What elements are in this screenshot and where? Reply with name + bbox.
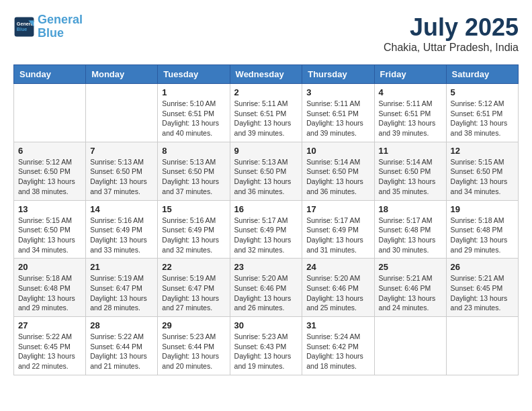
calendar-cell: 18Sunrise: 5:17 AM Sunset: 6:48 PM Dayli… — [374, 200, 446, 259]
day-number: 28 — [90, 320, 153, 330]
calendar-cell: 4Sunrise: 5:11 AM Sunset: 6:51 PM Daylig… — [374, 84, 446, 142]
day-info: Sunrise: 5:22 AM Sunset: 6:45 PM Dayligh… — [18, 332, 81, 371]
calendar-cell: 23Sunrise: 5:20 AM Sunset: 6:46 PM Dayli… — [230, 259, 302, 317]
weekday-header-row: SundayMondayTuesdayWednesdayThursdayFrid… — [14, 65, 519, 84]
day-number: 16 — [234, 204, 298, 214]
calendar-cell: 21Sunrise: 5:19 AM Sunset: 6:47 PM Dayli… — [86, 259, 158, 317]
day-info: Sunrise: 5:14 AM Sunset: 6:50 PM Dayligh… — [379, 157, 442, 197]
day-info: Sunrise: 5:14 AM Sunset: 6:50 PM Dayligh… — [306, 157, 369, 197]
day-info: Sunrise: 5:15 AM Sunset: 6:50 PM Dayligh… — [451, 157, 514, 197]
day-number: 8 — [162, 146, 225, 156]
day-number: 2 — [234, 87, 298, 97]
day-info: Sunrise: 5:20 AM Sunset: 6:46 PM Dayligh… — [306, 273, 369, 313]
day-number: 13 — [18, 204, 81, 214]
day-info: Sunrise: 5:15 AM Sunset: 6:50 PM Dayligh… — [18, 216, 81, 255]
calendar-body: 1Sunrise: 5:10 AM Sunset: 6:51 PM Daylig… — [14, 84, 519, 375]
calendar-table: SundayMondayTuesdayWednesdayThursdayFrid… — [13, 64, 519, 375]
svg-text:Blue: Blue — [17, 26, 28, 32]
day-number: 27 — [18, 320, 81, 330]
location-title: Chakia, Uttar Pradesh, India — [384, 42, 519, 54]
calendar-cell: 22Sunrise: 5:19 AM Sunset: 6:47 PM Dayli… — [158, 259, 230, 317]
day-number: 12 — [451, 146, 514, 156]
day-info: Sunrise: 5:12 AM Sunset: 6:51 PM Dayligh… — [451, 99, 514, 138]
day-number: 3 — [306, 87, 369, 97]
calendar-cell: 14Sunrise: 5:16 AM Sunset: 6:49 PM Dayli… — [86, 200, 158, 259]
day-number: 21 — [90, 262, 153, 272]
day-number: 25 — [379, 262, 442, 272]
day-number: 22 — [162, 262, 225, 272]
day-number: 11 — [379, 146, 442, 156]
logo-icon: General Blue — [13, 16, 35, 38]
month-title: July 2025 — [384, 13, 519, 42]
day-info: Sunrise: 5:23 AM Sunset: 6:43 PM Dayligh… — [234, 332, 298, 371]
calendar-cell: 5Sunrise: 5:12 AM Sunset: 6:51 PM Daylig… — [446, 84, 518, 142]
day-info: Sunrise: 5:13 AM Sunset: 6:50 PM Dayligh… — [90, 157, 153, 197]
day-info: Sunrise: 5:19 AM Sunset: 6:47 PM Dayligh… — [90, 273, 153, 313]
calendar-cell: 15Sunrise: 5:16 AM Sunset: 6:49 PM Dayli… — [158, 200, 230, 259]
calendar-week-5: 27Sunrise: 5:22 AM Sunset: 6:45 PM Dayli… — [14, 317, 519, 375]
day-number: 9 — [234, 146, 298, 156]
day-info: Sunrise: 5:11 AM Sunset: 6:51 PM Dayligh… — [234, 99, 298, 138]
calendar-cell: 26Sunrise: 5:21 AM Sunset: 6:45 PM Dayli… — [446, 259, 518, 317]
calendar-cell: 1Sunrise: 5:10 AM Sunset: 6:51 PM Daylig… — [158, 84, 230, 142]
day-number: 1 — [162, 87, 225, 97]
day-number: 14 — [90, 204, 153, 214]
day-number: 15 — [162, 204, 225, 214]
calendar-cell: 29Sunrise: 5:23 AM Sunset: 6:44 PM Dayli… — [158, 317, 230, 375]
weekday-header-friday: Friday — [374, 65, 446, 84]
day-number: 20 — [18, 262, 81, 272]
logo: General Blue General Blue — [13, 13, 83, 40]
calendar-cell: 20Sunrise: 5:18 AM Sunset: 6:48 PM Dayli… — [14, 259, 86, 317]
day-info: Sunrise: 5:18 AM Sunset: 6:48 PM Dayligh… — [451, 216, 514, 255]
day-info: Sunrise: 5:23 AM Sunset: 6:44 PM Dayligh… — [162, 332, 225, 371]
calendar-cell: 3Sunrise: 5:11 AM Sunset: 6:51 PM Daylig… — [302, 84, 374, 142]
day-info: Sunrise: 5:19 AM Sunset: 6:47 PM Dayligh… — [162, 273, 225, 313]
day-info: Sunrise: 5:17 AM Sunset: 6:48 PM Dayligh… — [379, 216, 442, 255]
day-number: 4 — [379, 87, 442, 97]
day-number: 26 — [451, 262, 514, 272]
calendar-week-2: 6Sunrise: 5:12 AM Sunset: 6:50 PM Daylig… — [14, 142, 519, 200]
weekday-header-thursday: Thursday — [302, 65, 374, 84]
calendar-cell: 16Sunrise: 5:17 AM Sunset: 6:49 PM Dayli… — [230, 200, 302, 259]
title-block: July 2025 Chakia, Uttar Pradesh, India — [384, 13, 519, 54]
calendar-cell: 7Sunrise: 5:13 AM Sunset: 6:50 PM Daylig… — [86, 142, 158, 200]
calendar-week-3: 13Sunrise: 5:15 AM Sunset: 6:50 PM Dayli… — [14, 200, 519, 259]
day-number: 7 — [90, 146, 153, 156]
day-info: Sunrise: 5:16 AM Sunset: 6:49 PM Dayligh… — [162, 216, 225, 255]
calendar-cell: 17Sunrise: 5:17 AM Sunset: 6:49 PM Dayli… — [302, 200, 374, 259]
day-info: Sunrise: 5:21 AM Sunset: 6:45 PM Dayligh… — [451, 273, 514, 313]
calendar-cell: 13Sunrise: 5:15 AM Sunset: 6:50 PM Dayli… — [14, 200, 86, 259]
day-info: Sunrise: 5:13 AM Sunset: 6:50 PM Dayligh… — [234, 157, 298, 197]
day-number: 6 — [18, 146, 81, 156]
calendar-cell — [374, 317, 446, 375]
calendar-cell: 31Sunrise: 5:24 AM Sunset: 6:42 PM Dayli… — [302, 317, 374, 375]
calendar-cell: 19Sunrise: 5:18 AM Sunset: 6:48 PM Dayli… — [446, 200, 518, 259]
calendar-week-1: 1Sunrise: 5:10 AM Sunset: 6:51 PM Daylig… — [14, 84, 519, 142]
calendar-cell: 8Sunrise: 5:13 AM Sunset: 6:50 PM Daylig… — [158, 142, 230, 200]
day-number: 5 — [451, 87, 514, 97]
weekday-header-monday: Monday — [86, 65, 158, 84]
weekday-header-saturday: Saturday — [446, 65, 518, 84]
calendar-cell: 10Sunrise: 5:14 AM Sunset: 6:50 PM Dayli… — [302, 142, 374, 200]
day-info: Sunrise: 5:17 AM Sunset: 6:49 PM Dayligh… — [234, 216, 298, 255]
day-info: Sunrise: 5:11 AM Sunset: 6:51 PM Dayligh… — [306, 99, 369, 138]
day-number: 18 — [379, 204, 442, 214]
calendar-cell: 2Sunrise: 5:11 AM Sunset: 6:51 PM Daylig… — [230, 84, 302, 142]
day-number: 23 — [234, 262, 298, 272]
day-info: Sunrise: 5:11 AM Sunset: 6:51 PM Dayligh… — [379, 99, 442, 138]
weekday-header-sunday: Sunday — [14, 65, 86, 84]
day-number: 17 — [306, 204, 369, 214]
day-info: Sunrise: 5:17 AM Sunset: 6:49 PM Dayligh… — [306, 216, 369, 255]
calendar-cell: 30Sunrise: 5:23 AM Sunset: 6:43 PM Dayli… — [230, 317, 302, 375]
weekday-header-wednesday: Wednesday — [230, 65, 302, 84]
day-number: 30 — [234, 320, 298, 330]
calendar-cell: 24Sunrise: 5:20 AM Sunset: 6:46 PM Dayli… — [302, 259, 374, 317]
day-number: 24 — [306, 262, 369, 272]
day-info: Sunrise: 5:22 AM Sunset: 6:44 PM Dayligh… — [90, 332, 153, 371]
day-info: Sunrise: 5:13 AM Sunset: 6:50 PM Dayligh… — [162, 157, 225, 197]
day-info: Sunrise: 5:20 AM Sunset: 6:46 PM Dayligh… — [234, 273, 298, 313]
day-info: Sunrise: 5:18 AM Sunset: 6:48 PM Dayligh… — [18, 273, 81, 313]
calendar-week-4: 20Sunrise: 5:18 AM Sunset: 6:48 PM Dayli… — [14, 259, 519, 317]
day-info: Sunrise: 5:12 AM Sunset: 6:50 PM Dayligh… — [18, 157, 81, 197]
calendar-cell — [446, 317, 518, 375]
